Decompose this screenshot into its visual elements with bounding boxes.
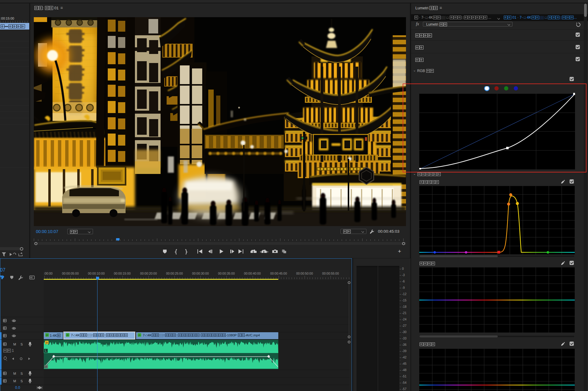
svg-text:M: M — [13, 372, 16, 375]
svg-text:M: M — [13, 379, 16, 383]
svg-text:M: M — [13, 342, 16, 346]
svg-text:S: S — [21, 342, 23, 346]
svg-text:S: S — [21, 372, 23, 375]
svg-text:S: S — [21, 379, 23, 383]
